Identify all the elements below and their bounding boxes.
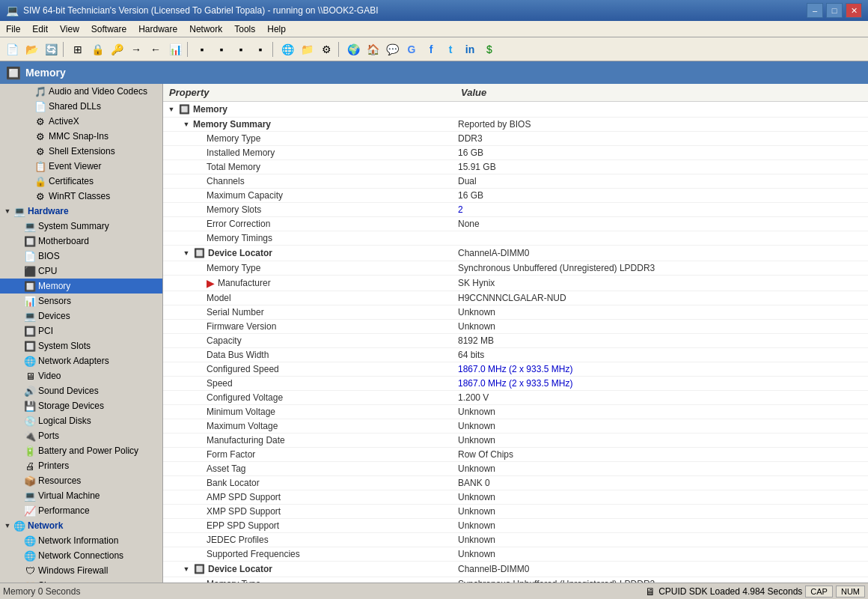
prop-row[interactable]: ▼🔲Memory <box>163 102 868 118</box>
menu-item-view[interactable]: View <box>54 21 85 37</box>
prop-row[interactable]: Bank LocatorBANK 0 <box>163 476 868 490</box>
prop-row[interactable]: Installed Memory16 GB <box>163 146 868 160</box>
sidebar-item-audio[interactable]: 🎵Audio and Video Codecs <box>0 84 162 99</box>
toolbar-grid[interactable]: ⊞ <box>69 40 87 58</box>
prop-row[interactable]: Speed1867.0 MHz (2 x 933.5 MHz) <box>163 377 868 391</box>
sidebar-item-network[interactable]: ▼🌐Network <box>0 518 162 533</box>
sidebar-item-performance[interactable]: 📈Performance <box>0 503 162 518</box>
toolbar-t[interactable]: t <box>441 40 459 58</box>
prop-row[interactable]: Memory TypeSynchronous Unbuffered (Unreg… <box>163 577 868 583</box>
toolbar-network[interactable]: 🌐 <box>278 40 296 58</box>
prop-row[interactable]: Memory TypeSynchronous Unbuffered (Unreg… <box>163 261 868 276</box>
toolbar-folder[interactable]: 📁 <box>298 40 316 58</box>
sidebar-item-mmcsnap[interactable]: ⚙MMC Snap-Ins <box>0 129 162 144</box>
sidebar-item-ports[interactable]: 🔌Ports <box>0 428 162 443</box>
toolbar-dollar[interactable]: $ <box>480 40 498 58</box>
prop-row[interactable]: Manufacturing DateUnknown <box>163 434 868 448</box>
collapse-icon[interactable]: ▼ <box>181 564 192 574</box>
prop-row[interactable]: Asset TagUnknown <box>163 462 868 476</box>
sidebar-item-virtualmachine[interactable]: 💻Virtual Machine <box>0 488 162 503</box>
prop-row[interactable]: Minimum VoltageUnknown <box>163 405 868 419</box>
sidebar-item-systemslots[interactable]: 🔲System Slots <box>0 338 162 353</box>
sidebar-item-netinfo[interactable]: 🌐Network Information <box>0 533 162 548</box>
maximize-button[interactable]: □ <box>826 3 843 18</box>
toolbar-chat[interactable]: 💬 <box>383 40 401 58</box>
close-button[interactable]: ✕ <box>846 3 862 18</box>
sidebar-item-printers[interactable]: 🖨Printers <box>0 458 162 473</box>
prop-row[interactable]: Memory Timings <box>163 231 868 246</box>
menu-item-help[interactable]: Help <box>261 21 292 37</box>
prop-row[interactable]: Capacity8192 MB <box>163 334 868 348</box>
toolbar-key[interactable]: 🔑 <box>108 40 126 58</box>
sidebar-item-winrtclasses[interactable]: ⚙WinRT Classes <box>0 189 162 204</box>
prop-row[interactable]: AMP SPD SupportUnknown <box>163 490 868 505</box>
toolbar-g[interactable]: G <box>403 40 421 58</box>
toolbar-b4[interactable]: ▪ <box>251 40 269 58</box>
toolbar-refresh[interactable]: 🔄 <box>42 40 60 58</box>
minimize-button[interactable]: – <box>807 3 823 18</box>
prop-row[interactable]: JEDEC ProfilesUnknown <box>163 533 868 547</box>
toolbar-gear[interactable]: ⚙ <box>317 40 335 58</box>
toolbar-open[interactable]: 📂 <box>22 40 40 58</box>
collapse-icon[interactable]: ▼ <box>181 248 192 258</box>
toolbar-b3[interactable]: ▪ <box>232 40 250 58</box>
toolbar-new[interactable]: 📄 <box>3 40 21 58</box>
toolbar-chart[interactable]: 📊 <box>166 40 184 58</box>
sidebar-item-devices[interactable]: 💻Devices <box>0 308 162 323</box>
prop-row[interactable]: Total Memory15.91 GB <box>163 160 868 174</box>
collapse-icon[interactable]: ▼ <box>181 119 192 130</box>
prop-row[interactable]: Error CorrectionNone <box>163 217 868 231</box>
sidebar-item-logicaldisks[interactable]: 💿Logical Disks <box>0 413 162 428</box>
sidebar-item-certs[interactable]: 🔒Certificates <box>0 174 162 189</box>
sidebar-item-bios[interactable]: 📄BIOS <box>0 249 162 264</box>
prop-row[interactable]: Form FactorRow Of Chips <box>163 448 868 462</box>
menu-item-file[interactable]: File <box>0 21 26 37</box>
sidebar-item-memory[interactable]: 🔲Memory <box>0 279 162 294</box>
prop-row[interactable]: ▶ManufacturerSK Hynix <box>163 276 868 291</box>
prop-row[interactable]: Configured Speed1867.0 MHz (2 x 933.5 MH… <box>163 362 868 377</box>
sidebar-item-pci[interactable]: 🔲PCI <box>0 323 162 338</box>
menu-item-software[interactable]: Software <box>85 21 132 37</box>
toolbar-lock[interactable]: 🔒 <box>88 40 106 58</box>
prop-row[interactable]: ▼🔲Device LocatorChannelB-DIMM0 <box>163 562 868 577</box>
toolbar-ie[interactable]: 🌍 <box>344 40 362 58</box>
collapse-icon[interactable]: ▼ <box>166 104 177 115</box>
menu-item-network[interactable]: Network <box>183 21 228 37</box>
sidebar-item-shellext[interactable]: ⚙Shell Extensions <box>0 144 162 159</box>
sidebar-item-sound[interactable]: 🔊Sound Devices <box>0 383 162 398</box>
prop-row[interactable]: Memory TypeDDR3 <box>163 132 868 146</box>
prop-row[interactable]: Maximum Capacity16 GB <box>163 189 868 203</box>
sidebar-item-hardware[interactable]: ▼💻Hardware <box>0 204 162 219</box>
toolbar-f[interactable]: f <box>422 40 440 58</box>
sidebar-item-storagedevices[interactable]: 💾Storage Devices <box>0 398 162 413</box>
sidebar-item-resources[interactable]: 📦Resources <box>0 473 162 488</box>
toolbar-li[interactable]: in <box>461 40 479 58</box>
prop-row[interactable]: ▼🔲Device LocatorChannelA-DIMM0 <box>163 246 868 261</box>
sidebar-item-motherboard[interactable]: 🔲Motherboard <box>0 234 162 249</box>
prop-row[interactable]: Serial NumberUnknown <box>163 305 868 320</box>
sidebar-item-shareddlls[interactable]: 📄Shared DLLs <box>0 99 162 114</box>
toolbar-arrow[interactable]: → <box>127 40 145 58</box>
prop-row[interactable]: Maximum VoltageUnknown <box>163 419 868 434</box>
sidebar-item-battery[interactable]: 🔋Battery and Power Policy <box>0 443 162 458</box>
prop-row[interactable]: Memory Slots2 <box>163 203 868 217</box>
prop-row[interactable]: Firmware VersionUnknown <box>163 320 868 334</box>
prop-row[interactable]: Configured Voltage1.200 V <box>163 391 868 405</box>
sidebar-item-sensors[interactable]: 📊Sensors <box>0 294 162 308</box>
sidebar-item-networkadapters[interactable]: 🌐Network Adapters <box>0 353 162 368</box>
menu-item-edit[interactable]: Edit <box>26 21 54 37</box>
sidebar-item-winfirewall[interactable]: 🛡Windows Firewall <box>0 563 162 578</box>
sidebar-item-syssum[interactable]: 💻System Summary <box>0 219 162 234</box>
sidebar-item-netconn[interactable]: 🌐Network Connections <box>0 548 162 563</box>
menu-item-tools[interactable]: Tools <box>228 21 261 37</box>
toolbar-b2[interactable]: ▪ <box>213 40 230 58</box>
menu-item-hardware[interactable]: Hardware <box>132 21 183 37</box>
prop-row[interactable]: ChannelsDual <box>163 174 868 189</box>
prop-row[interactable]: Supported FrequenciesUnknown <box>163 547 868 562</box>
toolbar-home[interactable]: 🏠 <box>364 40 382 58</box>
sidebar-item-video[interactable]: 🖥Video <box>0 368 162 383</box>
sidebar-item-eventviewer[interactable]: 📋Event Viewer <box>0 159 162 174</box>
prop-row[interactable]: ▼Memory SummaryReported by BIOS <box>163 118 868 132</box>
sidebar-item-activex[interactable]: ⚙ActiveX <box>0 114 162 129</box>
sidebar-item-cpu[interactable]: ⬛CPU <box>0 264 162 279</box>
